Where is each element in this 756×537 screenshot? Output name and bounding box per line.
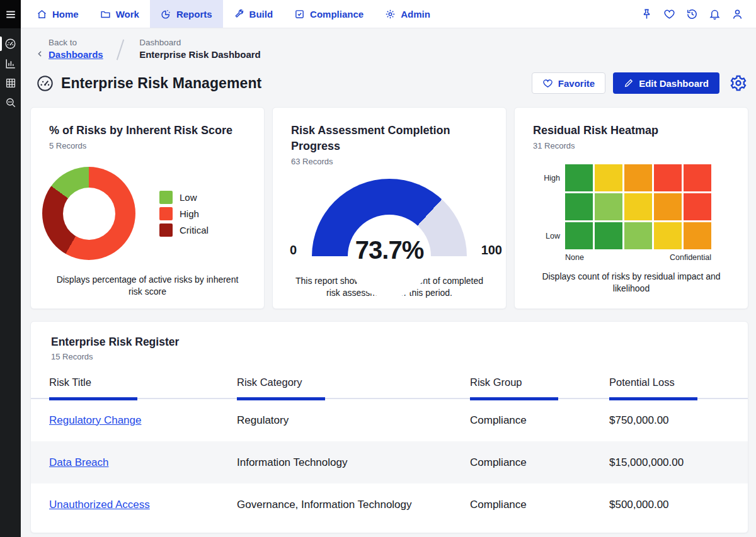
card-description: Displays percentage of active risks by i… [49, 274, 246, 298]
heatmap-cell[interactable] [565, 193, 593, 220]
notifications-icon[interactable] [709, 8, 721, 20]
legend-item: Low [159, 191, 209, 204]
nav-label: Work [116, 9, 139, 20]
table-row: Data BreachInformation TechnologyComplia… [31, 441, 748, 483]
heatmap-cell[interactable] [684, 193, 711, 220]
insights-icon [5, 97, 16, 108]
table-cell-risk_category: Information Technology [237, 456, 470, 469]
gauge-chart[interactable]: 0 100 73.7% [312, 179, 467, 259]
table-cell-potential_loss: $750,000.00 [609, 414, 748, 427]
heatmap-x-axis: None Confidential [565, 253, 711, 262]
legend-swatch [159, 191, 173, 204]
history-icon[interactable] [686, 8, 698, 20]
column-underline [49, 397, 137, 400]
breadcrumb: Back to Dashboards Dashboard Enterprise … [36, 37, 261, 60]
table-cell-risk_title: Data Breach [49, 456, 237, 469]
column-header-label: Risk Category [237, 376, 302, 388]
heatmap-row-label [533, 193, 560, 220]
heart-icon [542, 78, 553, 89]
nav-label: Admin [401, 9, 430, 20]
heatmap-cell[interactable] [595, 164, 622, 191]
risk-register-table-card: Enterprise Risk Register 15 Records Risk… [30, 321, 748, 533]
home-icon [37, 9, 47, 20]
page-header: Enterprise Risk Management Favorite Edit… [36, 72, 747, 94]
donut-legend: LowHighCritical [159, 191, 209, 237]
heatmap-row-label: High [533, 164, 560, 191]
heatmap-cell[interactable] [654, 164, 682, 191]
pie-icon [161, 9, 171, 20]
nav-label: Reports [176, 9, 212, 20]
x-axis-label-min: None [565, 253, 584, 262]
table-cell-potential_loss: $15,000,000.00 [609, 456, 748, 469]
heatmap-cell[interactable] [624, 193, 652, 220]
column-header[interactable]: Risk Title [49, 376, 237, 398]
column-header[interactable]: Risk Group [470, 376, 609, 398]
legend-item: Critical [159, 223, 209, 237]
nav-item-admin[interactable]: Admin [374, 0, 441, 28]
table-cell-risk_group: Compliance [470, 456, 609, 469]
tables-icon [5, 77, 16, 89]
sidebar-item-tables[interactable] [0, 73, 21, 93]
edit-dashboard-button[interactable]: Edit Dashboard [613, 72, 719, 94]
user-icon[interactable] [731, 8, 743, 20]
risk-title-link[interactable]: Regulatory Change [49, 414, 141, 426]
column-header-label: Risk Title [49, 376, 91, 388]
table-row: Unauthorized AccessGovernance, Informati… [31, 483, 748, 526]
table-row: Regulatory ChangeRegulatoryCompliance$75… [31, 399, 748, 441]
heatmap-cell[interactable] [684, 222, 711, 249]
heatmap-cell[interactable] [654, 193, 682, 220]
gauge-max-label: 100 [481, 243, 502, 257]
heatmap-cell[interactable] [654, 222, 682, 249]
table-title: Enterprise Risk Register [51, 336, 748, 349]
dashboards-link[interactable]: Dashboards [49, 49, 103, 60]
menu-icon[interactable] [0, 0, 21, 28]
sidebar-item-reports[interactable] [0, 54, 21, 73]
left-sidebar [0, 0, 21, 537]
heatmap-cell[interactable] [565, 164, 593, 191]
gauge-value: 73.7% [312, 236, 467, 264]
heatmap-cell[interactable] [684, 164, 711, 191]
sidebar-item-insights[interactable] [0, 93, 21, 112]
column-header[interactable]: Potential Loss [609, 376, 748, 398]
chevron-left-icon[interactable] [36, 50, 44, 58]
table-cell-risk_title: Regulatory Change [49, 414, 237, 427]
heatmap-cell[interactable] [595, 193, 622, 220]
edit-dashboard-label: Edit Dashboard [639, 78, 709, 89]
card-description: Displays count of risks by residual impa… [533, 271, 730, 295]
heatmap-row-label: Low [533, 222, 560, 249]
column-header[interactable]: Risk Category [237, 376, 470, 398]
nav-item-build[interactable]: Build [223, 0, 284, 28]
risk-title-link[interactable]: Data Breach [49, 456, 109, 468]
sidebar-item-dashboards[interactable] [0, 34, 21, 54]
column-underline [470, 397, 558, 400]
nav-item-home[interactable]: Home [26, 0, 89, 28]
nav-item-compliance[interactable]: Compliance [284, 0, 374, 28]
table-cell-risk_title: Unauthorized Access [49, 499, 237, 511]
page-title: Enterprise Risk Management [61, 75, 261, 92]
table-cell-risk_category: Governance, Information Technology [237, 499, 470, 511]
donut-chart[interactable] [42, 167, 135, 260]
legend-swatch [159, 207, 173, 220]
heatmap-cell[interactable] [624, 164, 652, 191]
favorite-button[interactable]: Favorite [532, 72, 605, 94]
card-records: 5 Records [49, 141, 246, 150]
pin-icon[interactable] [641, 8, 653, 20]
heart-icon[interactable] [663, 8, 675, 20]
gauge-min-label: 0 [290, 243, 297, 257]
card-title: % of Risks by Inherent Risk Score [49, 123, 246, 138]
nav-item-work[interactable]: Work [89, 0, 150, 28]
folder-icon [100, 9, 111, 20]
heatmap-cell[interactable] [595, 222, 622, 249]
column-header-label: Potential Loss [609, 376, 675, 388]
favorite-label: Favorite [558, 78, 595, 89]
risk-title-link[interactable]: Unauthorized Access [49, 499, 150, 511]
nav-label: Compliance [310, 9, 364, 20]
nav-item-reports[interactable]: Reports [150, 0, 223, 28]
column-underline [609, 397, 697, 400]
settings-gear-icon[interactable] [730, 74, 747, 92]
back-to-label: Back to [49, 38, 103, 47]
legend-swatch [159, 223, 173, 237]
heatmap-cell[interactable] [565, 222, 593, 249]
heatmap-cell[interactable] [624, 222, 652, 249]
checkbox-icon [294, 9, 305, 20]
